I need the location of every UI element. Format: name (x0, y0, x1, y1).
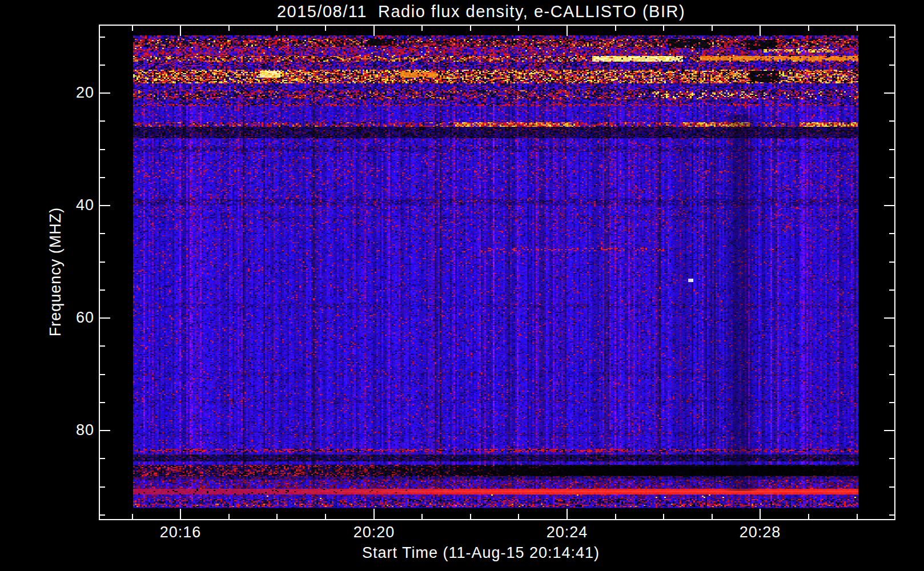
y-tick (100, 486, 105, 488)
x-tick (470, 514, 471, 519)
y-tick-right (889, 402, 894, 403)
x-tick-label: 20:16 (140, 524, 220, 541)
y-tick-right (889, 37, 894, 38)
y-tick-right (889, 458, 894, 459)
x-tick-top (663, 26, 664, 31)
x-tick (518, 514, 519, 519)
y-tick (100, 177, 105, 178)
y-tick-right (884, 430, 894, 431)
y-tick-right (884, 93, 894, 94)
x-tick (567, 509, 568, 519)
y-tick-right (889, 345, 894, 347)
x-tick (373, 509, 375, 519)
spectrogram-page: 2015/08/11 Radio flux density, e-CALLIST… (0, 0, 924, 571)
y-tick (100, 262, 105, 263)
x-tick (132, 514, 133, 519)
y-tick (100, 65, 105, 66)
x-tick-top (808, 26, 809, 31)
y-tick-right (889, 514, 894, 516)
y-tick (100, 374, 105, 375)
y-tick (100, 402, 105, 403)
y-tick (100, 514, 105, 516)
page-title: 2015/08/11 Radio flux density, e-CALLIST… (183, 2, 780, 21)
y-tick (100, 37, 105, 38)
x-tick-top (276, 26, 278, 31)
y-tick (100, 345, 105, 347)
x-tick (325, 514, 326, 519)
y-tick-label: 60 (37, 309, 94, 327)
y-tick-right (884, 205, 894, 206)
x-tick (808, 514, 809, 519)
x-tick-label: 20:20 (334, 524, 414, 541)
y-tick-right (889, 149, 894, 150)
x-tick-top (325, 26, 326, 31)
x-tick-top (857, 26, 858, 31)
y-tick-right (889, 65, 894, 66)
x-tick (228, 514, 230, 519)
spectrogram-canvas (133, 35, 858, 508)
y-tick (100, 233, 105, 234)
x-tick-top (470, 26, 471, 31)
y-tick-right (889, 177, 894, 178)
y-tick (100, 93, 110, 94)
y-tick-label: 80 (37, 421, 94, 439)
x-tick-top (373, 26, 375, 36)
x-tick-top (518, 26, 519, 31)
x-tick-label: 20:24 (527, 524, 607, 541)
y-tick-right (889, 289, 894, 291)
y-tick (100, 317, 110, 319)
x-tick (712, 514, 713, 519)
x-tick-label: 20:28 (720, 524, 800, 541)
x-tick-top (760, 26, 761, 36)
x-tick (663, 514, 664, 519)
y-tick (100, 458, 105, 459)
x-axis-title: Start Time (11-Aug-15 20:14:41) (310, 544, 652, 562)
y-tick (100, 149, 105, 150)
x-tick (180, 509, 181, 519)
y-tick-right (889, 486, 894, 488)
x-tick-top (615, 26, 616, 31)
x-tick (276, 514, 278, 519)
y-tick (100, 205, 110, 206)
y-tick (100, 120, 105, 122)
x-tick-top (132, 26, 133, 31)
x-tick-top (421, 26, 423, 31)
x-tick (421, 514, 423, 519)
x-tick (615, 514, 616, 519)
y-tick-right (889, 262, 894, 263)
y-tick-right (884, 317, 894, 319)
y-tick-label: 20 (37, 84, 94, 102)
x-tick (857, 514, 858, 519)
y-tick-right (889, 374, 894, 375)
y-tick-right (889, 120, 894, 122)
x-tick-top (712, 26, 713, 31)
y-tick-label: 40 (37, 196, 94, 214)
y-tick-right (889, 233, 894, 234)
x-tick-top (567, 26, 568, 36)
x-tick (760, 509, 761, 519)
x-tick-top (228, 26, 230, 31)
x-tick-top (180, 26, 181, 36)
y-tick (100, 289, 105, 291)
y-tick (100, 430, 110, 431)
